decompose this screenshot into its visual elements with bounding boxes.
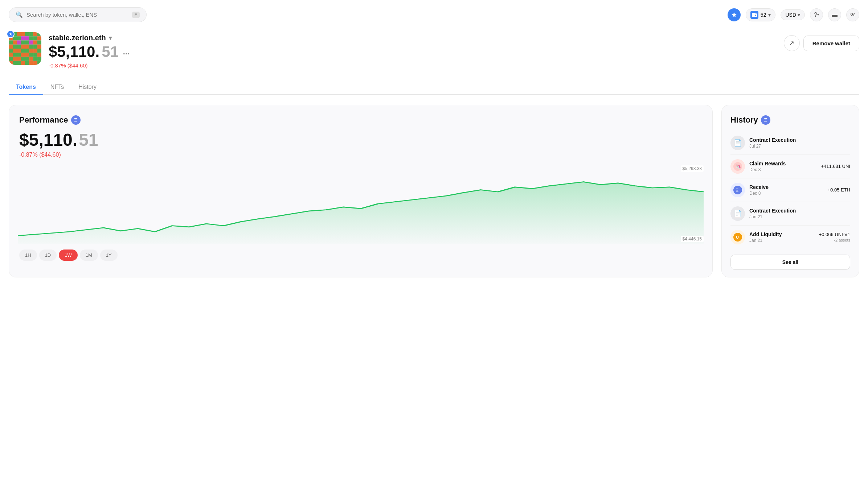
svg-rect-57: [33, 57, 37, 61]
svg-rect-15: [25, 36, 29, 40]
wallet-count-pill[interactable]: 52 ▾: [746, 8, 776, 21]
remove-wallet-button[interactable]: Remove wallet: [803, 36, 859, 51]
avatar-star-badge: ★: [7, 30, 15, 38]
currency-selector[interactable]: USD ▾: [781, 9, 805, 20]
history-item-amount: +411.631 UNI: [821, 164, 850, 169]
svg-rect-36: [13, 49, 17, 53]
svg-rect-9: [33, 32, 37, 36]
svg-rect-26: [37, 41, 41, 45]
history-item-info: Contract Execution Jan 21: [749, 208, 850, 219]
history-item[interactable]: 🦄 Claim Rewards Dec 8 +411.631 UNI: [730, 155, 850, 178]
svg-rect-16: [29, 36, 33, 40]
currency-chevron-icon: ▾: [798, 12, 800, 18]
svg-rect-24: [29, 41, 33, 45]
svg-rect-63: [25, 61, 29, 65]
help-button[interactable]: ? ▾: [810, 8, 823, 21]
svg-rect-28: [13, 45, 17, 49]
card-icon: ▬: [832, 12, 838, 18]
svg-rect-55: [25, 57, 29, 61]
time-1m-button[interactable]: 1M: [80, 249, 98, 261]
svg-rect-31: [25, 45, 29, 49]
eth-receive-icon: Ξ: [730, 183, 745, 197]
wallet-actions: ↗ Remove wallet: [784, 32, 859, 51]
time-1w-button[interactable]: 1W: [59, 249, 78, 261]
avatar-wrap: ★: [9, 32, 41, 65]
svg-rect-12: [13, 36, 17, 40]
search-bar[interactable]: 🔍 F: [9, 7, 147, 22]
eth-icon: Ξ: [71, 115, 81, 125]
share-icon: ↗: [789, 39, 794, 47]
time-1h-button[interactable]: 1H: [19, 249, 37, 261]
eye-button[interactable]: 👁: [846, 8, 859, 21]
svg-rect-39: [25, 49, 29, 53]
svg-rect-7: [25, 32, 29, 36]
history-item[interactable]: 📄 Contract Execution Jul 27: [730, 131, 850, 155]
svg-rect-10: [37, 32, 41, 36]
svg-rect-61: [17, 61, 21, 65]
svg-rect-35: [9, 49, 13, 53]
currency-label: USD: [785, 12, 796, 18]
wallet-icon: [750, 11, 758, 19]
history-item[interactable]: 📄 Contract Execution Jan 21: [730, 202, 850, 226]
time-1y-button[interactable]: 1Y: [100, 249, 118, 261]
time-1d-button[interactable]: 1D: [39, 249, 57, 261]
svg-rect-42: [37, 49, 41, 53]
performance-card: Performance Ξ $5,110.51 -0.87% ($44.60) …: [9, 105, 713, 277]
svg-rect-38: [21, 49, 25, 53]
contract-icon: 📄: [730, 136, 745, 150]
svg-rect-64: [29, 61, 33, 65]
svg-rect-41: [33, 49, 37, 53]
svg-rect-59: [9, 61, 13, 65]
svg-rect-20: [13, 41, 17, 45]
history-item[interactable]: Ξ Receive Dec 8 +0.05 ETH: [730, 178, 850, 202]
svg-rect-58: [37, 57, 41, 61]
tab-nfts[interactable]: NFTs: [43, 80, 71, 95]
svg-rect-33: [33, 45, 37, 49]
time-filters: 1H 1D 1W 1M 1Y: [19, 249, 702, 261]
contract2-icon: 📄: [730, 206, 745, 221]
svg-rect-17: [33, 36, 37, 40]
svg-rect-54: [21, 57, 25, 61]
perf-dollars: $5,110.: [19, 131, 77, 149]
svg-rect-27: [9, 45, 13, 49]
history-item[interactable]: U Add Liquidity Jan 21 +0.066 UNI-V1 -2 …: [730, 226, 850, 249]
svg-rect-21: [17, 41, 21, 45]
wallet-left: ★ stable.zerion.eth ▾ $5,110.51 ... -0.8…: [9, 32, 132, 69]
history-panel: History Ξ 📄 Contract Execution Jul 27 🦄 …: [721, 105, 859, 277]
svg-rect-32: [29, 45, 33, 49]
svg-rect-22: [21, 41, 25, 45]
liquidity-icon: U: [730, 230, 745, 244]
svg-rect-50: [37, 53, 41, 57]
svg-rect-14: [21, 36, 25, 40]
svg-rect-51: [9, 57, 13, 61]
svg-rect-44: [13, 53, 17, 57]
card-button[interactable]: ▬: [828, 8, 841, 21]
tab-history[interactable]: History: [71, 80, 104, 95]
search-input[interactable]: [26, 12, 128, 18]
favorite-button[interactable]: [728, 8, 741, 21]
performance-title: Performance Ξ: [19, 115, 702, 125]
wallet-more-button[interactable]: ...: [121, 48, 132, 56]
history-item-info: Add Liquidity Jan 21: [749, 231, 815, 243]
svg-rect-19: [9, 41, 13, 45]
wallet-name[interactable]: stable.zerion.eth ▾: [49, 34, 132, 42]
search-kbd: F: [132, 12, 140, 18]
svg-rect-49: [33, 53, 37, 57]
history-item-info: Contract Execution Jul 27: [749, 137, 850, 149]
see-all-button[interactable]: See all: [730, 255, 850, 270]
eye-icon: 👁: [850, 12, 856, 18]
history-item-amounts: +0.066 UNI-V1 -2 assets: [819, 232, 850, 242]
tabs: Tokens NFTs History: [9, 80, 859, 95]
wallet-balance-dollars: $5,110.: [49, 44, 99, 59]
search-icon: 🔍: [16, 11, 23, 18]
share-button[interactable]: ↗: [784, 35, 800, 51]
help-icon: ?: [814, 12, 817, 18]
perf-cents: 51: [79, 131, 98, 149]
svg-rect-13: [17, 36, 21, 40]
svg-rect-52: [13, 57, 17, 61]
wallet-count: 52: [761, 12, 766, 18]
tab-tokens[interactable]: Tokens: [9, 80, 43, 95]
history-title: History Ξ: [730, 115, 850, 125]
svg-rect-5: [17, 32, 21, 36]
svg-rect-25: [33, 41, 37, 45]
